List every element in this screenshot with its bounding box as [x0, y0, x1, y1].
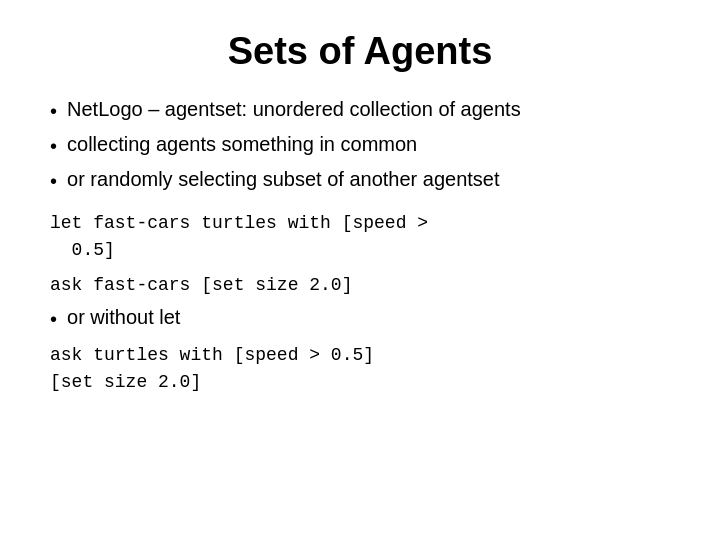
- code-block-2: ask fast-cars [set size 2.0]: [50, 272, 670, 299]
- bullet-item-3: • or randomly selecting subset of anothe…: [50, 165, 670, 196]
- bullet-text-1: NetLogo – agentset: unordered collection…: [67, 95, 670, 124]
- bullet-text-4: or without let: [67, 303, 670, 332]
- code-block-3: ask turtles with [speed > 0.5] [set size…: [50, 342, 670, 396]
- code-block-1: let fast-cars turtles with [speed > 0.5]: [50, 210, 670, 264]
- slide-content: • NetLogo – agentset: unordered collecti…: [50, 95, 670, 510]
- bullet-dot-4: •: [50, 305, 57, 334]
- bullet-item-1: • NetLogo – agentset: unordered collecti…: [50, 95, 670, 126]
- bullet-dot-3: •: [50, 167, 57, 196]
- bullet-item-4: • or without let: [50, 303, 670, 334]
- bullet-text-2: collecting agents something in common: [67, 130, 670, 159]
- bullet-dot-1: •: [50, 97, 57, 126]
- slide: Sets of Agents • NetLogo – agentset: uno…: [0, 0, 720, 540]
- bullet-dot-2: •: [50, 132, 57, 161]
- bullet-text-3: or randomly selecting subset of another …: [67, 165, 670, 194]
- bullet-item-2: • collecting agents something in common: [50, 130, 670, 161]
- slide-title: Sets of Agents: [50, 30, 670, 73]
- bullet-list: • NetLogo – agentset: unordered collecti…: [50, 95, 670, 200]
